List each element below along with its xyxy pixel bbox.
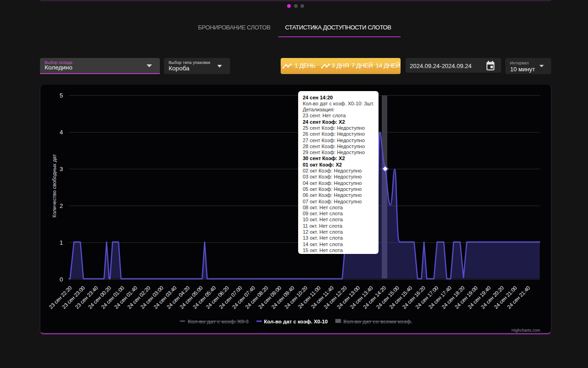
svg-text:5: 5: [60, 92, 63, 99]
svg-text:2: 2: [60, 202, 63, 209]
svg-text:1: 1: [60, 239, 63, 246]
svg-text:Количество свободных дат: Количество свободных дат: [51, 154, 57, 218]
svg-text:3: 3: [60, 166, 63, 172]
svg-text:4: 4: [60, 129, 63, 136]
svg-text:0: 0: [60, 276, 63, 283]
svg-text:Highcharts.com: Highcharts.com: [511, 328, 540, 332]
svg-text:Кол-во дат с коэф. X0-10: Кол-во дат с коэф. X0-10: [264, 318, 328, 324]
